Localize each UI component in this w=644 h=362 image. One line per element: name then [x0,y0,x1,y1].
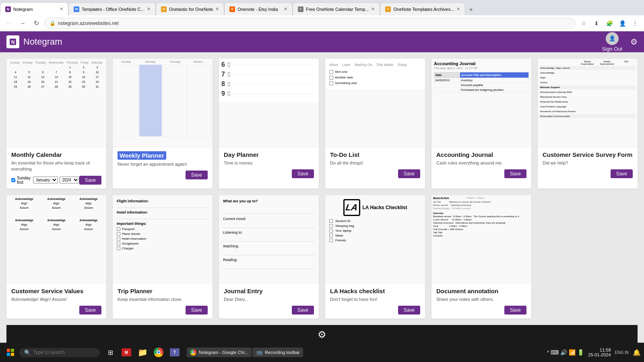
sign-out-button[interactable]: 👤 Sign Out [602,32,622,52]
taskbar-pinned-chrome[interactable]: Notegram - Google Chr... [187,348,252,357]
browser-frame: N Notegram ✕ W Templates - Office OneNot… [0,0,644,31]
back-button[interactable]: ← [3,18,14,29]
browser-tab-5[interactable]: F Free OneNote Calendar Temp... ✕ [293,2,380,15]
downloads-button[interactable]: ⬇ [591,18,602,29]
template-desc-lahacks: Don't forget to have fun! [330,296,420,302]
templates-grid: SundayMondayTuesdayWednesdayThursdayFrid… [6,59,638,319]
template-preview-trip: Flight information: Hotel information: I… [113,195,213,284]
template-card-day[interactable]: 6 .00 .30 7 .00 .30 [219,59,319,189]
save-button-weekly[interactable]: Save [186,171,208,179]
browser-tab-4[interactable]: E Onenote - Etsy India ✕ [224,2,293,15]
speaker-icon[interactable]: 🔊 [560,349,567,356]
spinner-icon: ⚙ [318,329,326,340]
menu-button[interactable]: ⋮ [630,18,641,29]
tab-close-4[interactable]: ✕ [284,6,287,12]
refresh-button[interactable]: ↻ [31,18,42,29]
template-title-docanno: Document annotation [436,288,526,295]
save-button-csv[interactable]: Save [79,306,101,315]
tab-close-3[interactable]: ✕ [215,6,219,12]
template-info-docanno: Document annotation Share your notes wit… [431,284,531,319]
language-indicator: ENG IN [615,350,629,355]
taskbar-app-taskview[interactable]: ⊞ [103,345,118,360]
save-button-day[interactable]: Save [292,169,314,178]
template-info-csv: Customer Service Values Acknowledge! Ali… [6,284,106,319]
year-select[interactable]: 2024 [60,177,79,183]
windows-start-button[interactable] [3,345,18,360]
taskbar-app-mail[interactable]: M [119,345,134,360]
taskbar-app-chrome[interactable] [151,345,166,360]
template-desc-cs-survey: Did we help? [543,160,633,166]
footer-spinner-area: ⚙ [6,325,638,343]
template-card-csv[interactable]: Acknowledge Acknowledge Acknowledge Alig… [6,195,106,319]
tab-title-2: Templates - Office OneNote C... [82,7,144,12]
notification-icon[interactable]: 🔔 [633,349,641,356]
template-card-todo[interactable]: InboxLaterWaiting OnThis WeekToday Item … [325,59,425,189]
template-title-cs-survey: Customer Service Survey Form [543,151,633,158]
template-footer-trip: Save [118,306,208,315]
address-bar[interactable]: 🔒 notegram.azurewebsites.net [44,18,576,29]
template-preview-monthly: SundayMondayTuesdayWednesdayThursdayFrid… [6,59,106,147]
browser-toolbar: ← → ↻ 🔒 notegram.azurewebsites.net ☆ ⬇ 🧩… [0,15,644,31]
battery-icon[interactable]: 🔋 [577,349,584,356]
extensions-button[interactable]: 🧩 [604,18,615,29]
save-button-cs-survey[interactable]: Save [611,169,633,178]
template-card-lahacks[interactable]: LA LA Hacks Checklist Student ID Sleepin… [325,195,425,319]
template-card-weekly[interactable]: Sunday Monday Tuesday Wedne... Weekly Pl… [113,59,213,189]
tab-favicon-2: W [74,6,79,12]
save-button-accounting[interactable]: Save [504,169,526,178]
template-title-accounting: Accounting Journal [436,151,526,158]
save-button-trip[interactable]: Save [186,306,208,315]
template-card-docanno[interactable]: BasicActive 4:00pm - 5:00pm Art Fair Wel… [431,195,531,319]
template-card-trip[interactable]: Flight information: Hotel information: I… [113,195,213,319]
main-content: SundayMondayTuesdayWednesdayThursdayFrid… [0,52,644,343]
taskbar-app-explorer[interactable]: 📁 [135,345,150,360]
chevron-up-icon[interactable]: ^ [547,350,549,355]
template-desc-monthly: An essential for those who keep track of… [11,160,101,173]
taskbar-search-input[interactable] [33,350,85,355]
template-footer-csv: Save [11,306,101,315]
save-button-journal[interactable]: Save [292,306,314,315]
tab-close-2[interactable]: ✕ [147,6,151,12]
template-card-accounting[interactable]: Accounting Journal Thursday, April 3, 20… [431,59,531,189]
template-preview-day: 6 .00 .30 7 .00 .30 [219,59,319,147]
tab-close-6[interactable]: ✕ [456,6,460,12]
save-button-monthly[interactable]: Save [79,176,101,185]
browser-tab-6[interactable]: O OneNote Templates Archives... ✕ [380,2,465,15]
save-button-docanno[interactable]: Save [504,306,526,315]
template-desc-day: Time is money. [224,160,314,166]
time-display: 11:58 [600,348,611,352]
header-right: 👤 Sign Out ⚙ [602,32,638,52]
taskbar-pinned-recording[interactable]: 📹 Recording toolbar [252,348,303,357]
template-card-monthly[interactable]: SundayMondayTuesdayWednesdayThursdayFrid… [6,59,106,189]
taskbar-pinned-items: Notegram - Google Chr... 📹 Recording too… [187,348,303,357]
template-card-journal[interactable]: What are you up to? Current mood: Listen… [219,195,319,319]
network-icon[interactable]: 📶 [569,349,576,356]
taskbar-app-teams[interactable]: T [167,345,182,360]
browser-tab-3[interactable]: O Onetastic for OneNote ✕ [156,2,224,15]
browser-tab-2[interactable]: W Templates - Office OneNote C... ✕ [68,2,156,15]
tab-close-notegram[interactable]: ✕ [60,6,63,12]
svg-rect-5 [11,353,14,356]
logo-icon: N [6,35,19,48]
bookmark-button[interactable]: ☆ [578,18,589,29]
browser-tab-notegram[interactable]: N Notegram ✕ [0,2,68,15]
account-button[interactable]: 👤 [617,18,628,29]
taskbar-system-icons: ^ ⌨ 🔊 📶 🔋 [547,349,584,356]
template-preview-lahacks: LA LA Hacks Checklist Student ID Sleepin… [325,195,425,284]
app-logo: N Notegram [6,35,62,48]
new-tab-button[interactable]: + [465,4,477,15]
keyboard-icon[interactable]: ⌨ [551,349,559,356]
account-icon[interactable]: ⚙ [630,37,638,47]
template-card-cs-survey[interactable]: MeetsExpectation NeedsImprovement N/A Ac… [538,59,638,189]
save-button-lahacks[interactable]: Save [398,306,420,315]
svg-rect-3 [11,349,14,352]
sunday-first-checkbox[interactable] [11,178,15,182]
taskbar-search[interactable]: 🔍 [19,348,100,357]
tab-close-5[interactable]: ✕ [371,6,375,12]
template-info-lahacks: LA Hacks checklist Don't forget to have … [325,284,425,319]
template-footer-weekly: Save [118,171,208,179]
month-select[interactable]: January [33,177,58,183]
forward-button[interactable]: → [17,18,28,29]
save-button-todo[interactable]: Save [398,169,420,178]
template-footer-accounting: Save [436,169,526,178]
